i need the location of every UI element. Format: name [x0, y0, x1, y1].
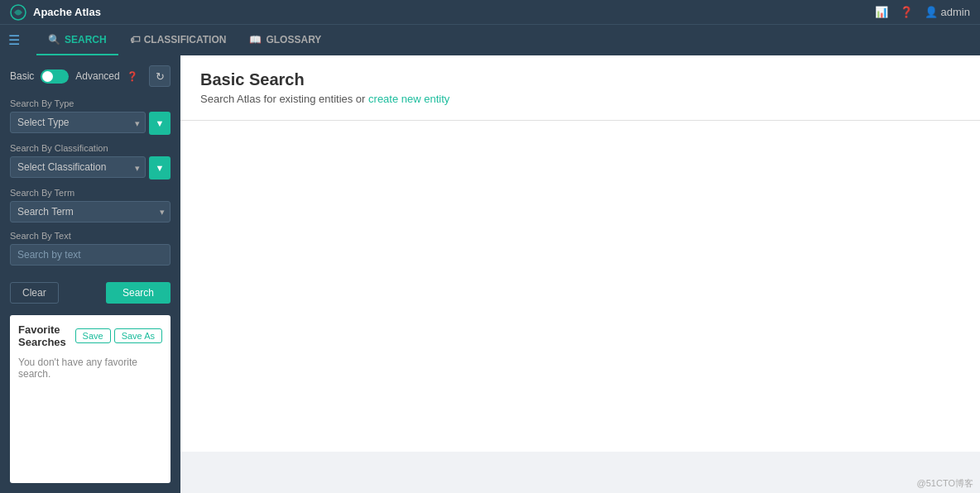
search-by-type-label: Search By Type	[10, 98, 171, 108]
header-actions: 📊 ❓ 👤 admin	[875, 6, 970, 18]
classification-filter-button[interactable]: ▼	[149, 156, 171, 179]
app-title: Apache Atlas	[33, 6, 101, 18]
clear-button[interactable]: Clear	[10, 282, 59, 304]
search-by-type-group: Search By Type Select Type ▼	[10, 98, 171, 135]
stats-icon[interactable]: 📊	[875, 6, 888, 18]
search-by-type-row: Select Type ▼	[10, 112, 171, 135]
content-header: Basic Search Search Atlas for existing e…	[180, 55, 980, 121]
app-title-area: Apache Atlas	[10, 4, 101, 21]
search-by-classification-group: Search By Classification Select Classifi…	[10, 143, 171, 179]
content-subtitle: Search Atlas for existing entities or cr…	[200, 93, 960, 105]
basic-label: Basic	[10, 70, 34, 82]
user-menu[interactable]: 👤 admin	[925, 6, 970, 18]
search-by-text-label: Search By Text	[10, 231, 171, 241]
advanced-label: Advanced	[75, 70, 119, 82]
type-filter-button[interactable]: ▼	[149, 112, 171, 135]
search-nav-icon: 🔍	[48, 34, 60, 45]
classification-select[interactable]: Select Classification	[10, 156, 146, 178]
search-button[interactable]: Search	[106, 282, 171, 304]
search-text-input[interactable]	[10, 244, 171, 266]
page-title: Basic Search	[200, 70, 960, 89]
save-as-button[interactable]: Save As	[114, 328, 162, 343]
classification-select-wrapper: Select Classification	[10, 156, 146, 179]
type-select[interactable]: Select Type	[10, 112, 146, 133]
mode-toggle-switch[interactable]	[41, 69, 69, 84]
content-body	[180, 121, 980, 452]
glossary-nav-icon: 📖	[249, 34, 262, 45]
favorite-header: Favorite Searches Save Save As	[18, 323, 162, 348]
nav-bar: ☰ 🔍 SEARCH 🏷 CLASSIFICATION 📖 GLOSSARY	[0, 24, 980, 55]
atlas-logo-icon	[10, 4, 26, 21]
nav-item-search[interactable]: 🔍 SEARCH	[36, 26, 118, 55]
refresh-button[interactable]: ↻	[149, 65, 171, 87]
main-layout: Basic Advanced ❓ ↻ Search By Type Select…	[0, 55, 980, 493]
top-header: Apache Atlas 📊 ❓ 👤 admin	[0, 0, 980, 24]
action-buttons-row: Clear Search	[10, 282, 171, 304]
main-content: Basic Search Search Atlas for existing e…	[180, 55, 980, 493]
favorite-title: Favorite Searches	[18, 323, 75, 348]
help-icon-toggle[interactable]: ❓	[127, 71, 138, 82]
search-by-classification-label: Search By Classification	[10, 143, 171, 153]
hamburger-icon[interactable]: ☰	[8, 32, 20, 48]
favorite-empty-text: You don't have any favorite search.	[18, 357, 162, 380]
nav-item-glossary[interactable]: 📖 GLOSSARY	[238, 26, 333, 55]
create-new-entity-link[interactable]: create new entity	[368, 93, 449, 105]
term-select[interactable]: Search Term	[10, 201, 171, 223]
mode-toggle-row: Basic Advanced ❓ ↻	[10, 65, 171, 87]
help-icon[interactable]: ❓	[900, 6, 913, 18]
nav-item-classification[interactable]: 🏷 CLASSIFICATION	[118, 26, 238, 55]
type-select-wrapper: Select Type	[10, 112, 146, 135]
search-by-text-group: Search By Text	[10, 231, 171, 266]
term-select-wrapper: Search Term	[10, 201, 171, 223]
search-by-term-label: Search By Term	[10, 188, 171, 198]
sidebar: Basic Advanced ❓ ↻ Search By Type Select…	[0, 55, 180, 493]
search-by-term-group: Search By Term Search Term	[10, 188, 171, 223]
search-by-classification-row: Select Classification ▼	[10, 156, 171, 179]
classification-nav-icon: 🏷	[130, 34, 140, 45]
favorite-searches-section: Favorite Searches Save Save As You don't…	[10, 315, 171, 483]
save-button[interactable]: Save	[75, 328, 111, 343]
footer-watermark: @51CTO博客	[917, 477, 973, 490]
